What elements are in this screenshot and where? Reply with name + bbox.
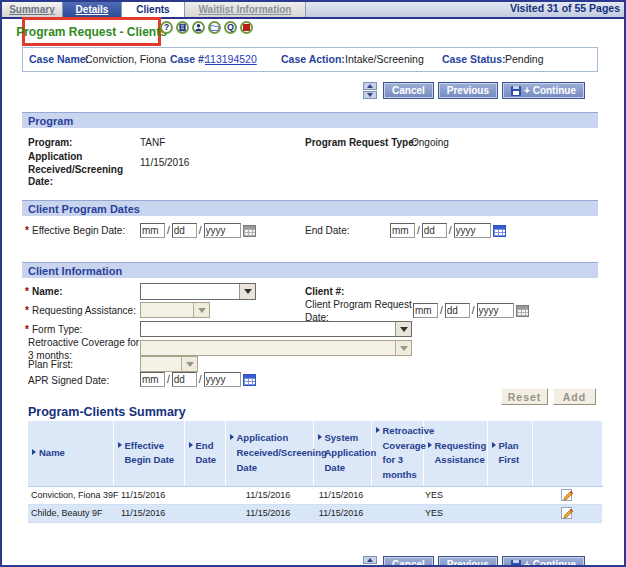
page-toolbar-icons: ? Q bbox=[160, 21, 253, 34]
cancel-button[interactable]: Cancel bbox=[383, 82, 434, 99]
cell-plan-first bbox=[487, 504, 532, 522]
stop-icon[interactable] bbox=[240, 21, 253, 34]
end-date-inputs: / / bbox=[390, 223, 506, 238]
requesting-assistance-dropdown bbox=[140, 302, 210, 318]
program-request-type-value: Ongoing bbox=[411, 137, 449, 148]
sort-arrow-icon bbox=[318, 434, 322, 440]
cell-end-date bbox=[184, 504, 225, 522]
column-header-end-date[interactable]: End Date bbox=[184, 421, 225, 486]
continue-button[interactable]: + Continue bbox=[502, 82, 585, 99]
previous-button[interactable]: Previous bbox=[438, 82, 498, 99]
table-row: Childe, Beauty 9F 11/15/2016 11/15/2016 … bbox=[28, 504, 602, 522]
end-date-label: End Date: bbox=[305, 225, 349, 238]
effective-begin-date-inputs: / / bbox=[140, 223, 256, 238]
form-type-label: Form Type: bbox=[32, 324, 82, 337]
chevron-down-icon bbox=[193, 303, 209, 317]
case-status-label: Case Status: bbox=[442, 53, 506, 65]
date-separator: / bbox=[472, 305, 475, 316]
section-header-client-program-dates: Client Program Dates bbox=[22, 200, 598, 216]
end-date-mm-input[interactable] bbox=[390, 223, 415, 238]
tab-details-label: Details bbox=[76, 4, 109, 15]
person-icon[interactable] bbox=[192, 21, 205, 34]
tab-clients[interactable]: Clients bbox=[122, 2, 185, 17]
date-separator: / bbox=[167, 374, 170, 385]
cell-name: Childe, Beauty 9F bbox=[28, 504, 113, 522]
program-request-type-label: Program Request Type: bbox=[305, 137, 417, 150]
visited-pages-counter: Visited 31 of 55 Pages bbox=[510, 2, 620, 14]
required-asterisk: * bbox=[25, 324, 29, 335]
query-icon[interactable]: Q bbox=[224, 21, 237, 34]
column-header-name[interactable]: Name bbox=[28, 421, 113, 486]
sort-arrow-icon bbox=[230, 434, 234, 440]
cancel-button-bottom[interactable]: Cancel bbox=[383, 556, 434, 567]
case-number-label: Case #: bbox=[170, 53, 207, 65]
effective-begin-yyyy-input[interactable] bbox=[204, 223, 241, 238]
required-asterisk: * bbox=[25, 305, 29, 316]
save-icon bbox=[511, 86, 521, 96]
folder-icon[interactable] bbox=[208, 21, 221, 34]
date-separator: / bbox=[199, 225, 202, 236]
column-label: Effective Begin Date bbox=[125, 439, 182, 468]
tab-summary[interactable]: Summary bbox=[2, 2, 63, 17]
tab-details[interactable]: Details bbox=[63, 2, 122, 17]
apr-signed-date-inputs: / / bbox=[140, 372, 256, 387]
column-header-plan-first[interactable]: Plan First bbox=[487, 421, 532, 486]
form-type-dropdown[interactable] bbox=[140, 321, 412, 337]
bottom-action-row: Cancel Previous + Continue bbox=[363, 556, 585, 567]
column-label: End Date bbox=[196, 439, 223, 468]
calendar-icon[interactable] bbox=[493, 225, 506, 237]
calendar-icon[interactable] bbox=[243, 374, 256, 386]
cell-end-date bbox=[184, 486, 225, 504]
date-separator: / bbox=[440, 305, 443, 316]
case-action-value: Intake/Screening bbox=[345, 53, 424, 65]
scroll-down-button[interactable] bbox=[363, 91, 377, 99]
name-label: Name: bbox=[32, 286, 63, 299]
previous-button-bottom[interactable]: Previous bbox=[438, 556, 498, 567]
sort-arrow-icon bbox=[492, 442, 496, 448]
scroll-up-button[interactable] bbox=[363, 82, 377, 90]
tab-waitlist-information[interactable]: Waitlist Information bbox=[185, 2, 306, 17]
end-date-yyyy-input[interactable] bbox=[454, 223, 491, 238]
cell-application-received: 11/15/2016 bbox=[225, 486, 313, 504]
sort-arrow-icon bbox=[189, 442, 193, 448]
reset-button[interactable]: Reset bbox=[501, 388, 548, 405]
cpr-date-dd-input[interactable] bbox=[445, 303, 470, 318]
tab-clients-label: Clients bbox=[136, 4, 169, 15]
column-label: Application Received/Screening Date bbox=[237, 431, 327, 475]
date-separator: / bbox=[167, 225, 170, 236]
apr-date-yyyy-input[interactable] bbox=[204, 372, 241, 387]
required-asterisk: * bbox=[25, 225, 29, 236]
scroll-up-button[interactable] bbox=[363, 556, 377, 564]
case-number-link[interactable]: 113194520 bbox=[205, 53, 257, 65]
edit-row-button[interactable] bbox=[561, 488, 574, 501]
cancel-label: Cancel bbox=[392, 559, 425, 567]
add-button[interactable]: Add bbox=[553, 388, 596, 405]
requesting-assistance-label: Requesting Assistance: bbox=[32, 305, 136, 318]
help-icon[interactable]: ? bbox=[160, 21, 173, 34]
cell-application-received: 11/15/2016 bbox=[225, 504, 313, 522]
cpr-date-yyyy-input[interactable] bbox=[477, 303, 514, 318]
program-request-clients-page: Summary Details Clients Waitlist Informa… bbox=[0, 0, 626, 567]
name-dropdown[interactable] bbox=[140, 283, 256, 300]
column-header-retroactive-coverage[interactable]: Retroactive Coverage for 3 months bbox=[371, 421, 423, 486]
column-header-application-received-date[interactable]: Application Received/Screening Date bbox=[225, 421, 313, 486]
down-arrow-icon bbox=[367, 93, 373, 97]
chevron-down-icon bbox=[181, 357, 197, 371]
application-received-date-label: Application Received/Screening Date: bbox=[28, 151, 138, 189]
column-header-effective-begin-date[interactable]: Effective Begin Date bbox=[113, 421, 184, 486]
end-date-dd-input[interactable] bbox=[422, 223, 447, 238]
cpr-date-mm-input[interactable] bbox=[413, 303, 438, 318]
effective-begin-mm-input[interactable] bbox=[140, 223, 165, 238]
apr-date-dd-input[interactable] bbox=[172, 372, 197, 387]
notes-icon[interactable] bbox=[176, 21, 189, 34]
client-program-request-date-inputs: / / bbox=[413, 303, 529, 318]
date-separator: / bbox=[417, 225, 420, 236]
table-header-row: Name Effective Begin Date End Date Appli… bbox=[28, 421, 602, 486]
date-separator: / bbox=[449, 225, 452, 236]
continue-button-bottom[interactable]: + Continue bbox=[502, 556, 585, 567]
up-arrow-icon bbox=[367, 558, 373, 562]
effective-begin-dd-input[interactable] bbox=[172, 223, 197, 238]
edit-row-button[interactable] bbox=[561, 506, 574, 519]
cell-system-application: 11/15/2016 bbox=[313, 486, 371, 504]
apr-date-mm-input[interactable] bbox=[140, 372, 165, 387]
